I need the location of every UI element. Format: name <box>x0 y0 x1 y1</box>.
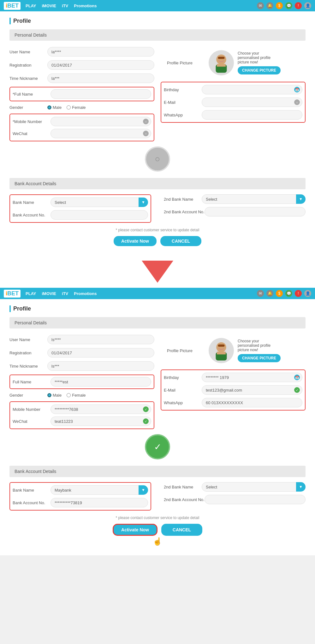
email-wrap-2: ✓ <box>202 385 302 395</box>
bank-name-row-2: Bank Name Maybank ▼ <box>13 485 148 495</box>
bank-account-input-2[interactable] <box>51 498 148 507</box>
activate-now-button-1[interactable]: Activate Now <box>114 236 157 246</box>
nav-imovie[interactable]: iMOVIE <box>42 3 56 8</box>
avatar-circle <box>209 50 234 75</box>
avatar-2[interactable]: 👤 <box>304 290 311 297</box>
message-icon-2[interactable]: ✉ <box>257 290 264 297</box>
whatsapp-input[interactable] <box>202 110 302 120</box>
bank-right-col: 2nd Bank Name Select ▼ 2nd Bank Account … <box>164 194 306 223</box>
nickname-label: Time Nickname <box>9 76 47 81</box>
chat-icon[interactable]: 💬 <box>285 2 292 9</box>
bank-account-row-2: Bank Account No. <box>13 498 148 507</box>
mobile-row-2: Mobile Number ✓ <box>13 405 151 414</box>
username-input[interactable] <box>47 47 154 56</box>
bank-grid: Bank Name Select ▼ Bank Account No. <box>9 194 306 223</box>
activate-now-button-2[interactable]: Activate Now <box>113 524 158 536</box>
whatsapp-input-2[interactable] <box>202 398 302 407</box>
gender-female[interactable]: Female <box>67 105 86 110</box>
registration-input[interactable] <box>47 60 154 70</box>
nav2-imovie[interactable]: iMOVIE <box>42 291 56 296</box>
fullname-label-2: Full Name <box>13 380 51 384</box>
page-title: Profile <box>9 18 306 24</box>
email-row: E-Mail ○ <box>164 97 302 107</box>
gender-male[interactable]: Male <box>47 105 62 110</box>
second-bank-account-input[interactable] <box>205 207 306 216</box>
svg-point-0 <box>216 55 226 65</box>
change-picture-button-2[interactable]: CHANGE PICTURE <box>238 354 281 362</box>
registration-input-2[interactable] <box>47 348 154 357</box>
second-bank-name-row: 2nd Bank Name Select ▼ <box>164 194 306 204</box>
logo: iBET <box>4 2 21 10</box>
cancel-button-1[interactable]: CANCEL <box>160 236 201 246</box>
nav2-promotions[interactable]: Promotions <box>74 291 97 296</box>
cursor-hand: ☝ <box>9 537 306 546</box>
gender-options: Male Female <box>47 105 86 110</box>
btn-row-2: Activate Now CANCEL <box>9 524 306 536</box>
bank-details-header-2: Bank Account Details <box>9 466 306 477</box>
chat-icon-2[interactable]: 💬 <box>285 290 292 297</box>
whatsapp-wrap <box>202 110 302 120</box>
coin-icon-2[interactable]: $ <box>276 290 283 297</box>
birthday-input[interactable] <box>202 85 302 94</box>
wechat-label-2: WeChat <box>13 419 51 424</box>
username-input-2[interactable] <box>47 335 154 344</box>
email-wrap: ○ <box>202 97 302 107</box>
bank-name-select[interactable]: Select <box>51 198 148 207</box>
mobile-input[interactable] <box>51 117 151 126</box>
wechat-input-2[interactable] <box>51 417 151 426</box>
birthday-row: Birthday 📅 <box>164 85 302 94</box>
bank-account-input[interactable] <box>51 210 148 220</box>
birthday-input-2[interactable] <box>202 373 302 382</box>
username-row: User Name <box>9 47 154 56</box>
gender-male-radio-2[interactable] <box>47 393 51 397</box>
email-input[interactable] <box>202 97 302 107</box>
choose-pic-text: Choose your personalised profile picture… <box>238 51 276 64</box>
second-bank-select-2[interactable]: Select <box>202 482 306 492</box>
nav2-play[interactable]: PLAY <box>26 291 36 296</box>
gender-female-radio[interactable] <box>67 105 71 109</box>
mobile-input-2[interactable] <box>51 405 151 414</box>
nav-icons-2: ✉ 🔔 $ 💬 ! 👤 <box>257 290 311 297</box>
nickname-input-2[interactable] <box>47 361 154 371</box>
fullname-input-2[interactable] <box>51 377 151 387</box>
gender-female-2[interactable]: Female <box>67 393 86 398</box>
email-input-2[interactable] <box>202 385 302 395</box>
email-label-2: E-Mail <box>164 388 202 393</box>
bell-icon-2[interactable]: 🔔 <box>266 290 273 297</box>
message-icon[interactable]: ✉ <box>257 2 264 9</box>
page1-section: Profile Personal Details User Name Regis… <box>0 11 315 256</box>
personal-details-header: Personal Details <box>9 29 306 41</box>
bell-icon[interactable]: 🔔 <box>266 2 273 9</box>
nickname-input[interactable] <box>47 74 154 83</box>
nav2-itv[interactable]: iTV <box>62 291 68 296</box>
bank-name-select-2[interactable]: Maybank <box>51 485 148 495</box>
registration-label-2: Registration <box>9 351 47 355</box>
gender-male-radio[interactable] <box>47 105 51 109</box>
change-picture-button[interactable]: CHANGE PICTURE <box>238 66 281 74</box>
second-bank-account-input-2[interactable] <box>205 495 306 504</box>
contact-note: * please contact customer service to upd… <box>9 228 306 232</box>
bank-account-row: Bank Account No. <box>13 210 148 220</box>
nav-promotions[interactable]: Promotions <box>74 3 97 8</box>
cancel-button-2[interactable]: CANCEL <box>161 524 202 536</box>
username-label-2: User Name <box>9 337 47 342</box>
nav-itv[interactable]: iTV <box>62 3 68 8</box>
gender-row-2: Gender Male Female <box>9 393 154 398</box>
wechat-row: WeChat ○ <box>13 129 151 138</box>
fullname-input[interactable] <box>51 89 151 99</box>
gender-male-2[interactable]: Male <box>47 393 62 398</box>
gender-female-radio-2[interactable] <box>67 393 71 397</box>
mobile-icon: ○ <box>143 119 149 124</box>
wechat-input[interactable] <box>51 129 151 138</box>
nav-play[interactable]: PLAY <box>26 3 36 8</box>
coin-icon[interactable]: $ <box>276 2 283 9</box>
wechat-icon: ○ <box>143 131 149 136</box>
second-bank-select[interactable]: Select <box>202 194 306 204</box>
fullname-row-2: Full Name <box>13 377 151 387</box>
avatar[interactable]: 👤 <box>304 2 311 9</box>
second-bank-name-row-2: 2nd Bank Name Select ▼ <box>164 482 306 492</box>
profile-pic-label: Profile Picture <box>167 61 205 65</box>
alert-icon-2[interactable]: ! <box>295 290 302 297</box>
alert-icon[interactable]: ! <box>295 2 302 9</box>
bank-right-col-2: 2nd Bank Name Select ▼ 2nd Bank Account … <box>164 482 306 511</box>
